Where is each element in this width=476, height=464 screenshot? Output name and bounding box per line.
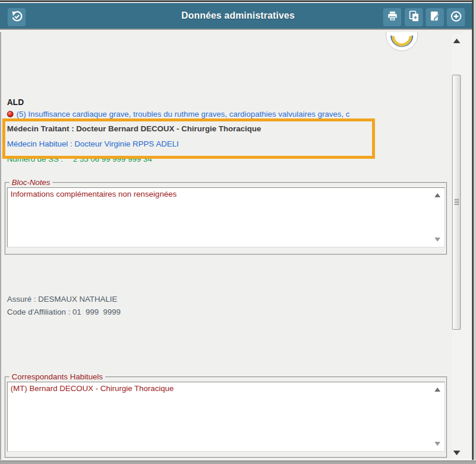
- copy-plus-icon: [408, 10, 421, 25]
- ald-bullet-icon: [7, 111, 13, 117]
- titlebar: Données administratives: [0, 3, 476, 30]
- edit-document-button[interactable]: [426, 8, 444, 26]
- copy-add-document-button[interactable]: [405, 8, 423, 26]
- history-button[interactable]: [8, 8, 26, 26]
- numero-ss-value: 2 55 06 99 999 999 34: [73, 155, 152, 163]
- bloc-notes-scroll-down-icon[interactable]: [435, 238, 440, 242]
- correspondants-list[interactable]: (MT) Bernard DECOUX - Chirurgie Thoraciq…: [7, 382, 445, 452]
- bloc-notes-scroll-up-icon[interactable]: [435, 193, 440, 197]
- ald-entry-text: (5) Insuffisance cardiaque grave, troubl…: [16, 110, 350, 118]
- bloc-notes-fieldset: Bloc-Notes Informations complémentaires …: [5, 178, 447, 255]
- numero-ss-label: Numéro de SS :: [7, 155, 63, 163]
- scrollbar-grip-icon: [454, 199, 459, 206]
- correspondants-legend: Correspondants Habituels: [9, 372, 105, 381]
- medecin-habituel-link[interactable]: Médecin Habituel : Docteur Virginie RPPS…: [7, 139, 179, 148]
- scroll-down-icon[interactable]: [453, 451, 460, 455]
- ald-heading: ALD: [7, 97, 24, 107]
- edit-icon: [429, 10, 442, 25]
- correspondant-item: (MT) Bernard DECOUX - Chirurgie Thoraciq…: [11, 384, 174, 393]
- correspondants-fieldset: Correspondants Habituels (MT) Bernard DE…: [5, 372, 447, 458]
- ald-entry: (5) Insuffisance cardiaque grave, troubl…: [7, 110, 461, 118]
- window-right-gutter: [462, 32, 472, 460]
- application-logo: [385, 32, 420, 52]
- scroll-up-icon[interactable]: [453, 39, 460, 43]
- correspondants-scroll-up-icon[interactable]: [435, 388, 440, 392]
- window-left-border: [0, 32, 1, 460]
- history-icon: [11, 10, 23, 25]
- bloc-notes-text: Informations complémentaires non renseig…: [11, 190, 176, 198]
- medecin-traitant-text: Médecin Traitant : Docteur Bernard DECOU…: [7, 124, 261, 133]
- print-button[interactable]: [383, 8, 401, 26]
- code-affiliation-text: Code d'Affiliation : 01 999 9999: [7, 308, 120, 316]
- main-scrollbar[interactable]: [452, 34, 461, 460]
- printer-icon: [386, 10, 399, 25]
- numero-ss-line: Numéro de SS :2 55 06 99 999 999 34: [7, 155, 152, 163]
- window-right-outer-border: [474, 0, 476, 464]
- bloc-notes-textarea[interactable]: Informations complémentaires non renseig…: [7, 187, 445, 247]
- donnees-administratives-panel: Données administratives: [0, 0, 476, 464]
- assure-text: Assuré : DESMAUX NATHALIE: [7, 295, 117, 303]
- scrollbar-thumb[interactable]: [452, 75, 461, 330]
- correspondants-scroll-down-icon[interactable]: [435, 442, 440, 446]
- add-button[interactable]: [447, 8, 465, 26]
- bloc-notes-legend: Bloc-Notes: [9, 178, 53, 187]
- plus-circle-icon: [450, 10, 463, 25]
- window-bottom-border: [0, 460, 476, 464]
